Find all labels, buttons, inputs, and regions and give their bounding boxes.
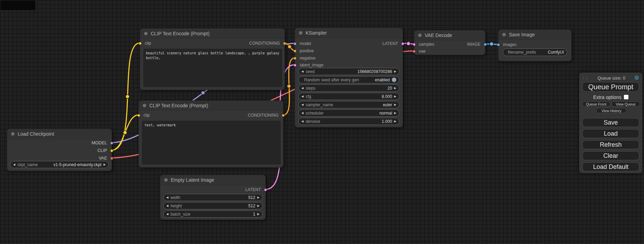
widget-name: filename_prefix	[508, 50, 536, 55]
steps-widget[interactable]: ◀ steps 20 ▶	[298, 84, 399, 92]
positive-input-slot[interactable]	[293, 49, 297, 53]
collapse-dot-icon[interactable]	[11, 132, 15, 136]
clip-input-slot[interactable]	[137, 114, 140, 117]
collapse-dot-icon[interactable]	[144, 32, 148, 35]
node-title-bar[interactable]: CLIP Text Encode (Prompt)	[139, 101, 283, 111]
view-queue-button[interactable]: View Queue	[611, 101, 640, 107]
node-ksampler[interactable]: KSampler model LATENT positive negative …	[295, 28, 403, 127]
conditioning-output-slot[interactable]	[283, 42, 286, 45]
collapse-dot-icon[interactable]	[299, 31, 302, 35]
decrement-arrow-icon[interactable]: ◀	[301, 120, 303, 123]
vae-input-slot[interactable]	[413, 50, 416, 53]
node-title-bar[interactable]: KSampler	[295, 28, 403, 38]
random-seed-widget[interactable]: Random seed after every gen enabled	[298, 76, 399, 83]
toggle-dot-icon[interactable]	[392, 78, 396, 82]
node-vae-decode[interactable]: VAE Decode samples IMAGE vae	[414, 30, 485, 55]
collapse-dot-icon[interactable]	[164, 178, 168, 182]
increment-arrow-icon[interactable]: ▶	[394, 120, 396, 123]
filename-prefix-widget[interactable]: filename_prefix ComfyUI	[503, 48, 567, 56]
queue-front-button[interactable]: Queue Front	[582, 101, 610, 107]
prompt-textarea[interactable]: text, watermark	[142, 121, 281, 164]
sampler-name-widget[interactable]: ◀ sampler_name euler ▶	[298, 101, 399, 108]
increment-arrow-icon[interactable]: ▶	[394, 112, 396, 115]
decrement-arrow-icon[interactable]: ◀	[13, 163, 15, 166]
widget-name: Random seed after every gen	[304, 78, 359, 82]
link-midpoint-dot	[288, 45, 292, 49]
node-title-bar[interactable]: Load Checkpoint	[7, 129, 112, 139]
queue-prompt-button[interactable]: Queue Prompt	[582, 82, 639, 92]
node-clip-text-encode-negative[interactable]: CLIP Text Encode (Prompt) clip CONDITION…	[139, 100, 283, 168]
increment-arrow-icon[interactable]: ▶	[394, 70, 396, 73]
conditioning-output-slot[interactable]	[282, 114, 285, 117]
increment-arrow-icon[interactable]: ▶	[394, 87, 396, 90]
increment-arrow-icon[interactable]: ▶	[104, 163, 106, 166]
node-title: CLIP Text Encode (Prompt)	[149, 103, 208, 108]
settings-gear-icon[interactable]: ⚙	[634, 75, 639, 81]
load-button[interactable]: Load	[582, 129, 639, 138]
drag-handle-icon[interactable]: ⋮⋮	[582, 76, 589, 80]
increment-arrow-icon[interactable]: ▶	[257, 205, 259, 207]
image-output-slot[interactable]	[484, 43, 487, 46]
refresh-button[interactable]: Refresh	[582, 140, 639, 149]
node-title-bar[interactable]: Save Image	[499, 30, 571, 40]
node-title-bar[interactable]: Empty Latent Image	[160, 175, 265, 185]
ckpt-name-widget[interactable]: ◀ ckpt_name v1-5-pruned-emaonly.ckpt ▶	[10, 161, 109, 168]
width-widget[interactable]: ◀ width 512 ▶	[163, 194, 263, 201]
increment-arrow-icon[interactable]: ▶	[394, 95, 396, 98]
increment-arrow-icon[interactable]: ▶	[394, 103, 396, 106]
scheduler-widget[interactable]: ◀ scheduler normal ▶	[298, 109, 399, 117]
images-input-slot[interactable]	[497, 43, 500, 46]
decrement-arrow-icon[interactable]: ◀	[301, 70, 303, 73]
decrement-arrow-icon[interactable]: ◀	[301, 87, 303, 90]
increment-arrow-icon[interactable]: ▶	[257, 213, 259, 216]
widget-value: 512	[248, 204, 255, 208]
extra-options-row: Extra options	[580, 94, 642, 100]
seed-widget[interactable]: ◀ seed 156680208700286 ▶	[298, 68, 399, 75]
load-default-button[interactable]: Load Default	[582, 162, 639, 171]
output-row-clip: CLIP	[7, 147, 112, 154]
model-input-slot[interactable]	[293, 42, 297, 45]
decrement-arrow-icon[interactable]: ◀	[301, 95, 303, 98]
view-history-button[interactable]: View History	[596, 108, 627, 113]
node-title-bar[interactable]: VAE Decode	[414, 30, 485, 40]
decrement-arrow-icon[interactable]: ◀	[166, 213, 168, 216]
input-label: vae	[419, 49, 425, 54]
cfg-widget[interactable]: ◀ cfg 8.000 ▶	[298, 93, 399, 100]
widget-name: batch_size	[170, 212, 190, 217]
decrement-arrow-icon[interactable]: ◀	[166, 205, 168, 207]
clear-button[interactable]: Clear	[582, 151, 639, 160]
save-button[interactable]: Save	[582, 118, 639, 127]
denoise-widget[interactable]: ◀ denoise 1.000 ▶	[298, 118, 399, 125]
extra-options-checkbox[interactable]	[624, 95, 628, 99]
node-title-bar[interactable]: CLIP Text Encode (Prompt)	[140, 29, 284, 39]
collapse-dot-icon[interactable]	[502, 33, 506, 36]
negative-input-slot[interactable]	[293, 57, 297, 60]
latent-image-input-slot[interactable]	[293, 64, 297, 67]
link-midpoint-dot	[123, 131, 127, 135]
decrement-arrow-icon[interactable]: ◀	[301, 112, 303, 115]
collapse-dot-icon[interactable]	[143, 104, 146, 107]
node-empty-latent-image[interactable]: Empty Latent Image LATENT ◀ width 512 ▶ …	[160, 175, 266, 220]
input-label: positive	[300, 48, 314, 53]
node-clip-text-encode-positive[interactable]: CLIP Text Encode (Prompt) clip CONDITION…	[140, 28, 285, 90]
input-row-samples: samples IMAGE	[414, 41, 485, 48]
batch-size-widget[interactable]: ◀ batch_size 1 ▶	[163, 210, 263, 218]
latent-output-slot[interactable]	[264, 188, 267, 191]
increment-arrow-icon[interactable]: ▶	[257, 196, 259, 199]
node-save-image[interactable]: Save Image images filename_prefix ComfyU…	[498, 29, 572, 61]
clip-input-slot[interactable]	[139, 42, 142, 45]
node-load-checkpoint[interactable]: Load Checkpoint MODEL CLIP VAE ◀ ckpt_na…	[7, 129, 112, 171]
samples-input-slot[interactable]	[413, 43, 416, 46]
vae-output-slot[interactable]	[110, 157, 113, 160]
decrement-arrow-icon[interactable]: ◀	[166, 196, 168, 199]
widget-name: cfg	[306, 94, 311, 99]
prompt-textarea[interactable]: beautiful scenery nature glass bottle la…	[143, 49, 282, 87]
widget-value: 1.000	[382, 119, 392, 124]
decrement-arrow-icon[interactable]: ◀	[301, 103, 303, 106]
model-output-slot[interactable]	[110, 142, 113, 145]
collapse-dot-icon[interactable]	[418, 34, 422, 37]
clip-output-slot[interactable]	[110, 149, 113, 152]
input-row-latent-image: latent_image	[295, 62, 403, 69]
latent-output-slot[interactable]	[401, 42, 404, 45]
height-widget[interactable]: ◀ height 512 ▶	[163, 202, 263, 209]
